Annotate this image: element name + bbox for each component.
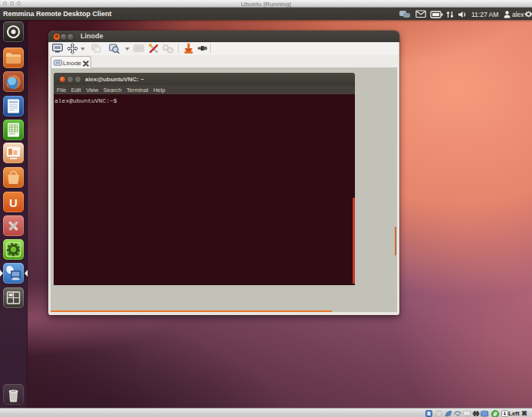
svg-text:U: U [9,195,18,208]
